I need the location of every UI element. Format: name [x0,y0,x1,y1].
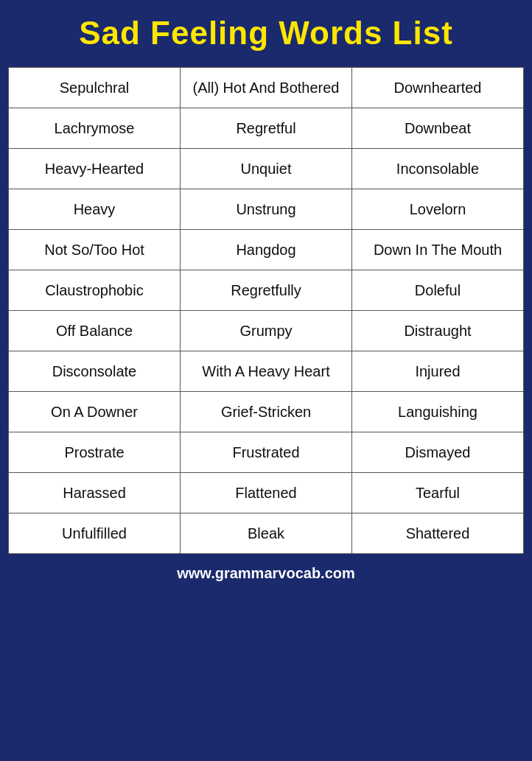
words-table: Sepulchral(All) Hot And BotheredDownhear… [8,67,524,554]
table-cell: Languishing [352,392,524,432]
table-cell: Disconsolate [9,351,181,392]
table-cell: Not So/Too Hot [9,230,181,270]
table-cell: Heavy-Hearted [9,149,181,189]
table-row: Not So/Too HotHangdogDown In The Mouth [9,230,524,270]
table-cell: Lachrymose [9,108,181,149]
table-cell: Grief-Stricken [181,392,352,432]
table-row: Off BalanceGrumpyDistraught [9,311,524,351]
card: Sad Feeling Words List Sepulchral(All) H… [0,0,532,591]
table-row: Heavy-HeartedUnquietInconsolable [9,149,524,189]
table-cell: (All) Hot And Bothered [181,68,352,108]
table-cell: Unquiet [181,149,352,189]
header: Sad Feeling Words List [0,0,532,65]
table-row: ProstrateFrustratedDismayed [9,432,524,473]
table-wrapper: Sepulchral(All) Hot And BotheredDownhear… [6,65,526,556]
table-cell: Regretfully [181,270,352,311]
table-cell: Downbeat [352,108,524,149]
table-cell: Regretful [181,108,352,149]
table-row: DisconsolateWith A Heavy HeartInjured [9,351,524,392]
table-cell: Grumpy [181,311,352,351]
table-cell: Off Balance [9,311,181,351]
table-row: Sepulchral(All) Hot And BotheredDownhear… [9,68,524,108]
table-cell: Claustrophobic [9,270,181,311]
table-cell: Flattened [181,473,352,513]
table-cell: Sepulchral [9,68,181,108]
table-cell: Inconsolable [352,149,524,189]
page-title: Sad Feeling Words List [7,15,525,52]
table-row: LachrymoseRegretfulDownbeat [9,108,524,149]
table-cell: On A Downer [9,392,181,432]
table-cell: Lovelorn [352,189,524,230]
table-cell: Bleak [181,513,352,554]
footer: www.grammarvocab.com [0,556,532,591]
table-cell: Injured [352,351,524,392]
table-cell: Shattered [352,513,524,554]
table-row: HarassedFlattenedTearful [9,473,524,513]
table-cell: Heavy [9,189,181,230]
footer-url: www.grammarvocab.com [177,565,355,581]
table-cell: Dismayed [352,432,524,473]
table-cell: Frustrated [181,432,352,473]
table-cell: Doleful [352,270,524,311]
table-row: ClaustrophobicRegretfullyDoleful [9,270,524,311]
table-cell: Downhearted [352,68,524,108]
table-cell: Distraught [352,311,524,351]
table-cell: Hangdog [181,230,352,270]
table-row: On A DownerGrief-StrickenLanguishing [9,392,524,432]
table-cell: Down In The Mouth [352,230,524,270]
table-row: UnfulfilledBleakShattered [9,513,524,554]
table-cell: Tearful [352,473,524,513]
table-cell: With A Heavy Heart [181,351,352,392]
table-cell: Unstrung [181,189,352,230]
table-row: HeavyUnstrungLovelorn [9,189,524,230]
table-cell: Unfulfilled [9,513,181,554]
table-cell: Harassed [9,473,181,513]
table-cell: Prostrate [9,432,181,473]
